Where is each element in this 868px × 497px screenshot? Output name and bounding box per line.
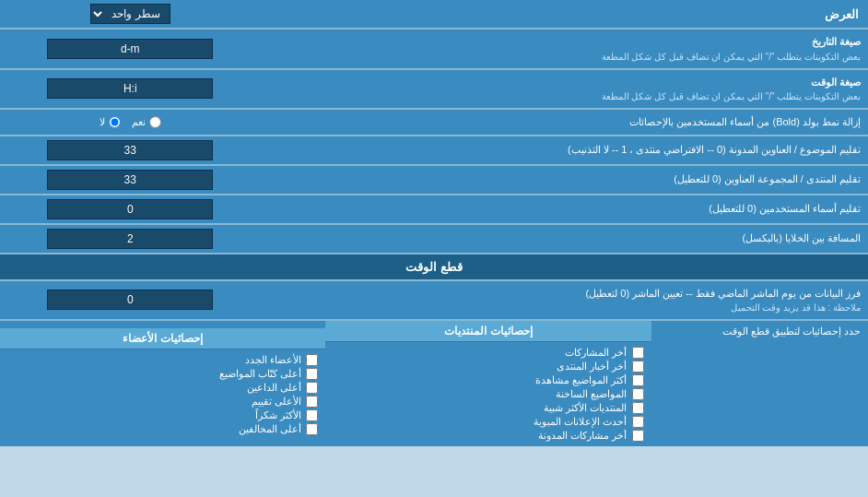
usernames-trim-label: تقليم أسماء المستخدمين (0 للتعطيل) xyxy=(261,195,868,223)
col1-item-6: أخر مشاركات المدونة xyxy=(333,430,643,442)
topics-per-page-cell xyxy=(0,136,261,164)
cell-spacing-input[interactable] xyxy=(47,229,213,249)
usernames-trim-cell xyxy=(0,195,261,223)
bold-no-radio[interactable] xyxy=(109,116,121,128)
col2-checkbox-4[interactable] xyxy=(306,409,318,421)
col1-checkbox-3[interactable] xyxy=(632,388,644,400)
bold-remove-label: إزالة نمط بولد (Bold) من أسماء المستخدمي… xyxy=(261,110,868,135)
col1-checkbox-5[interactable] xyxy=(632,416,644,428)
col2-checkbox-0[interactable] xyxy=(306,354,318,366)
stats-apply-label: حدد إحصائيات لتطبيق قطع الوقت xyxy=(651,321,869,446)
col1-checkbox-4[interactable] xyxy=(632,402,644,414)
col1-header: إحصائيات المنتديات xyxy=(325,321,651,342)
date-format-input-cell xyxy=(0,30,261,68)
col2-checkbox-2[interactable] xyxy=(306,382,318,394)
col2-item-2: أعلى الداعين xyxy=(7,382,318,394)
col1-item-4: المنتديات الأكثر شبية xyxy=(333,402,643,414)
cell-spacing-cell xyxy=(0,225,261,253)
col2-item-5: أعلى المخالفين xyxy=(7,423,318,435)
date-format-input[interactable] xyxy=(47,39,213,59)
bold-yes-label[interactable]: نعم xyxy=(132,116,161,128)
col1-checkbox-2[interactable] xyxy=(632,374,644,386)
bold-yes-radio[interactable] xyxy=(149,116,161,128)
section-title: العرض xyxy=(261,0,868,28)
col2-item-0: الأعضاء الجدد xyxy=(7,354,318,366)
col2-item-1: أعلى كتّاب المواضيع xyxy=(7,368,318,380)
topics-per-page-label: تقليم الموضوع / العناوين المدونة (0 -- ا… xyxy=(261,136,868,164)
col1-item-0: أخر المشاركات xyxy=(333,347,643,359)
col2-header: إحصائيات الأعضاء xyxy=(0,328,325,349)
usernames-trim-input[interactable] xyxy=(47,199,213,219)
col1-item-5: أحدث الإعلانات المبوية xyxy=(333,416,643,428)
time-format-input[interactable] xyxy=(47,78,213,99)
col2-item-4: الأكثر شكراً xyxy=(7,409,318,421)
display-select[interactable]: سطر واحد xyxy=(90,4,170,24)
col2-item-3: الأعلى تقييم xyxy=(7,396,318,408)
time-format-input-cell xyxy=(0,70,261,109)
topics-per-page-input[interactable] xyxy=(47,140,213,160)
col2-checkbox-3[interactable] xyxy=(306,396,318,408)
forums-per-group-input[interactable] xyxy=(47,170,213,190)
col2-checkbox-5[interactable] xyxy=(306,423,318,435)
bold-remove-options: نعم لا xyxy=(0,110,261,135)
cell-spacing-label: المسافة بين الخلايا (بالبكسل) xyxy=(261,225,868,253)
forums-per-group-label: تقليم المنتدى / المجموعة العناوين (0 للت… xyxy=(261,166,868,194)
col1-checkbox-6[interactable] xyxy=(632,430,644,442)
display-select-cell: سطر واحد xyxy=(0,0,261,28)
col1-item-2: أكثر المواضيع مشاهدة xyxy=(333,374,643,386)
cutoff-section-header: قطع الوقت xyxy=(0,254,868,279)
col1-checkbox-0[interactable] xyxy=(632,347,644,359)
col2-checkbox-1[interactable] xyxy=(306,368,318,380)
forums-per-group-cell xyxy=(0,166,261,194)
time-format-label: صيغة الوقت بعض التكوينات يتطلب "/" التي … xyxy=(261,70,868,109)
filter-input[interactable] xyxy=(47,290,213,310)
bold-no-label[interactable]: لا xyxy=(100,116,121,128)
col1-checkbox-1[interactable] xyxy=(632,361,644,373)
filter-input-cell xyxy=(0,281,261,320)
date-format-label: صيغة التاريخ بعض التكوينات يتطلب "/" الت… xyxy=(261,30,868,68)
filter-label: فرز البيانات من يوم الماشر الماضي فقط --… xyxy=(261,281,868,320)
col1-item-3: المواضيع الساخنة xyxy=(333,388,643,400)
col1-item-1: أخر أخبار المنتدى xyxy=(333,361,643,373)
